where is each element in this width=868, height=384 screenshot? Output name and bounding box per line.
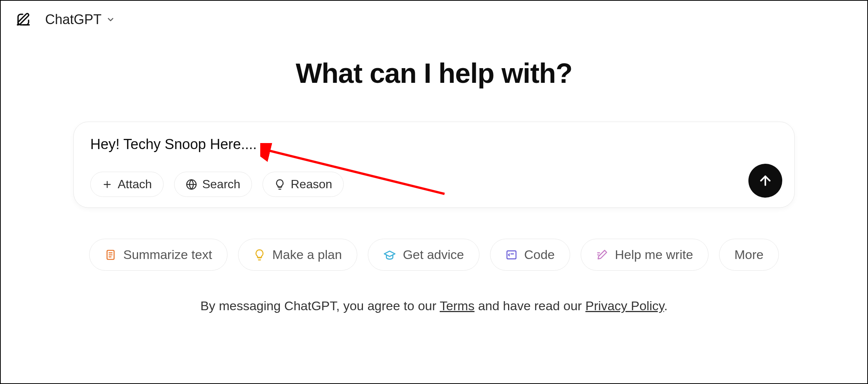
reason-label: Reason (291, 177, 332, 191)
suggestion-plan-label: Make a plan (272, 247, 342, 262)
suggestion-more[interactable]: More (719, 239, 779, 271)
footer-prefix: By messaging ChatGPT, you agree to our (200, 299, 440, 313)
code-icon (505, 249, 517, 261)
privacy-link[interactable]: Privacy Policy (586, 299, 664, 313)
suggestion-advice[interactable]: Get advice (368, 239, 480, 271)
graduation-cap-icon (383, 248, 396, 261)
suggestion-write-label: Help me write (615, 247, 693, 262)
suggestion-code-label: Code (524, 247, 555, 262)
attach-button[interactable]: Attach (90, 172, 164, 197)
header-bar: ChatGPT (1, 1, 867, 38)
composer-tools-row: Attach Search Reason (90, 172, 778, 197)
suggestion-more-label: More (734, 247, 763, 262)
terms-link[interactable]: Terms (440, 299, 475, 313)
new-chat-button[interactable] (15, 11, 32, 28)
suggestion-row: Summarize text Make a plan Get advice (89, 239, 779, 271)
compose-icon (15, 12, 31, 27)
lightbulb-icon (274, 179, 285, 190)
suggestion-advice-label: Get advice (403, 247, 464, 262)
model-selector[interactable]: ChatGPT (45, 12, 115, 27)
search-button[interactable]: Search (174, 172, 252, 197)
search-label: Search (202, 177, 240, 191)
pencil-icon (596, 249, 608, 261)
plus-icon (102, 179, 112, 190)
model-name-label: ChatGPT (45, 12, 102, 27)
composer-wrapper: Attach Search Reason (73, 122, 795, 208)
footer-suffix: . (664, 299, 668, 313)
suggestion-summarize-label: Summarize text (123, 247, 212, 262)
suggestion-write[interactable]: Help me write (581, 239, 709, 271)
attach-label: Attach (118, 177, 152, 191)
reason-button[interactable]: Reason (263, 172, 344, 197)
document-icon (105, 249, 117, 261)
disclaimer-footer: By messaging ChatGPT, you agree to our T… (200, 299, 668, 313)
message-composer: Attach Search Reason (73, 122, 795, 208)
suggestion-summarize[interactable]: Summarize text (89, 239, 228, 271)
main-area: What can I help with? Attach (1, 38, 867, 313)
footer-mid: and have read our (475, 299, 586, 313)
page-headline: What can I help with? (296, 57, 572, 89)
suggestion-plan[interactable]: Make a plan (238, 239, 357, 271)
globe-icon (186, 179, 197, 190)
chevron-down-icon (106, 15, 115, 24)
lightbulb-yellow-icon (253, 249, 266, 261)
send-button[interactable] (748, 164, 782, 198)
suggestion-code[interactable]: Code (490, 239, 570, 271)
arrow-up-icon (758, 173, 773, 188)
message-input[interactable] (90, 135, 778, 154)
